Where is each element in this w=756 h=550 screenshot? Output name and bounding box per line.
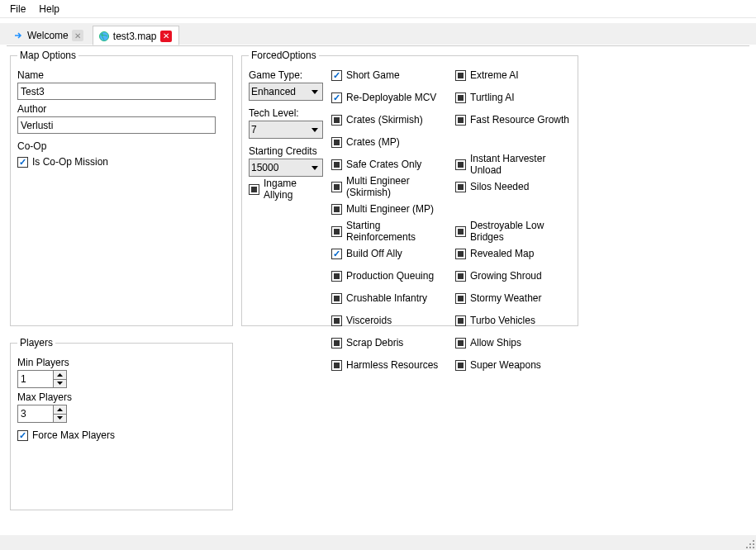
forced-option-checkbox[interactable]: Super Weapons [455,356,571,374]
checkbox-icon [455,92,466,103]
menu-help[interactable]: Help [32,2,66,17]
forced-option-checkbox[interactable]: Crushable Infantry [331,289,447,307]
credits-label: Starting Credits [249,145,323,157]
credits-select[interactable]: 15000 [249,159,323,177]
forced-option-checkbox[interactable]: Visceroids [331,311,447,330]
author-label: Author [17,103,226,115]
checkbox-icon [455,115,466,126]
forced-option-label: Destroyable Low Bridges [470,220,571,243]
checkbox-icon [331,92,342,103]
checkbox-icon [455,338,466,348]
tech-level-select[interactable]: 7 [249,121,323,139]
checkbox-icon [455,226,466,237]
checkbox-icon [331,226,342,237]
min-players-input[interactable] [18,371,53,387]
tech-level-label: Tech Level: [249,107,323,119]
menubar: File Help [0,0,756,18]
force-max-checkbox[interactable]: Force Max Players [17,428,226,443]
checkbox-icon [455,271,466,282]
min-players-spinner[interactable] [17,370,67,388]
coop-label: Co-Op [17,140,226,152]
game-type-select[interactable]: Enhanced [249,83,323,101]
forced-option-checkbox[interactable]: Starting Reinforcements [331,222,447,240]
author-input[interactable] [17,116,216,134]
forced-options-group: ForcedOptions Game Type: Enhanced Tech L… [241,50,578,326]
forced-option-checkbox[interactable]: Silos Needed [455,178,571,196]
min-players-label: Min Players [17,357,226,368]
forced-option-checkbox[interactable]: Crates (MP) [331,133,447,151]
ingame-allying-label: Ingame Allying [264,178,323,201]
forced-option-label: Multi Engineer (Skirmish) [346,175,447,198]
name-input[interactable] [17,83,216,100]
forced-option-checkbox[interactable]: Production Queuing [331,267,447,285]
spinner-up-icon[interactable] [54,371,66,380]
name-label: Name [17,69,226,81]
close-icon[interactable]: ✕ [72,30,83,41]
checkbox-icon [17,157,28,168]
spinner-down-icon[interactable] [54,380,66,388]
forced-option-label: Stormy Weather [470,292,541,304]
spinner-up-icon[interactable] [54,405,66,415]
forced-option-checkbox[interactable]: Extreme AI [455,66,571,84]
checkbox-icon [331,249,342,259]
forced-option-checkbox[interactable]: Re-Deployable MCV [331,88,447,107]
close-icon[interactable]: ✕ [160,31,172,42]
players-group: Players Min Players Max Players Force Ma… [10,337,233,510]
globe-icon [98,31,110,42]
forced-option-checkbox[interactable]: Short Game [331,66,447,84]
checkbox-icon [331,293,342,304]
forced-option-label: Instant Harvester Unload [470,153,571,176]
forced-option-label: Visceroids [346,315,392,326]
forced-option-label: Fast Resource Growth [470,114,569,126]
checkbox-icon [455,360,466,371]
forced-option-checkbox[interactable]: Fast Resource Growth [455,111,571,129]
tab-active-label: test3.map [113,31,157,42]
checkbox-icon [331,315,342,326]
forced-option-checkbox[interactable]: Stormy Weather [455,289,571,307]
checkbox-icon [331,360,342,371]
game-type-label: Game Type: [249,69,323,81]
tabstrip: Welcome ✕ test3.map ✕ [0,23,756,45]
forced-option-label: Revealed Map [470,248,534,259]
forced-option-checkbox[interactable]: Destroyable Low Bridges [455,222,571,240]
forced-option-label: Turtling AI [470,92,515,103]
max-players-spinner[interactable] [17,405,67,423]
forced-option-checkbox[interactable]: Turbo Vehicles [455,311,571,330]
players-legend: Players [17,337,55,348]
forced-option-label: Growing Shroud [470,270,542,282]
checkbox-icon [455,70,466,81]
resize-grip-icon[interactable] [744,538,754,548]
max-players-input[interactable] [18,405,53,422]
forced-option-label: Production Queuing [346,270,434,282]
forced-options-legend: ForcedOptions [249,50,319,61]
max-players-label: Max Players [17,391,226,403]
forced-option-checkbox[interactable]: Scrap Debris [331,334,447,352]
spinner-down-icon[interactable] [54,415,66,423]
checkbox-icon [331,271,342,282]
forced-option-checkbox[interactable]: Build Off Ally [331,244,447,263]
content-area: Map Options Name Author Co-Op Is Co-Op M… [7,45,749,533]
forced-option-label: Crushable Infantry [346,292,427,304]
forced-option-checkbox[interactable]: Turtling AI [455,88,571,107]
forced-option-checkbox[interactable]: Allow Ships [455,334,571,352]
tab-welcome-label: Welcome [27,30,69,41]
tab-welcome[interactable]: Welcome ✕ [7,25,91,45]
tab-active[interactable]: test3.map ✕ [93,26,179,45]
forced-option-checkbox[interactable]: Safe Crates Only [331,155,447,173]
forced-option-checkbox[interactable]: Multi Engineer (Skirmish) [331,178,447,196]
forced-option-checkbox[interactable]: Multi Engineer (MP) [331,200,447,218]
ingame-allying-checkbox[interactable]: Ingame Allying [249,182,323,197]
forced-option-checkbox[interactable]: Harmless Resources [331,356,447,374]
force-max-label: Force Max Players [32,429,115,441]
forced-option-label: Extreme AI [470,69,519,81]
forced-option-checkbox[interactable]: Crates (Skirmish) [331,111,447,129]
forced-option-checkbox[interactable]: Revealed Map [455,244,571,263]
forced-option-label: Silos Needed [470,181,529,192]
is-coop-checkbox[interactable]: Is Co-Op Mission [17,154,226,169]
map-options-group: Map Options Name Author Co-Op Is Co-Op M… [10,50,233,326]
checkbox-icon [331,115,342,126]
forced-option-label: Build Off Ally [346,248,402,259]
forced-option-checkbox[interactable]: Growing Shroud [455,267,571,285]
forced-option-checkbox[interactable]: Instant Harvester Unload [455,155,571,173]
menu-file[interactable]: File [3,2,32,17]
